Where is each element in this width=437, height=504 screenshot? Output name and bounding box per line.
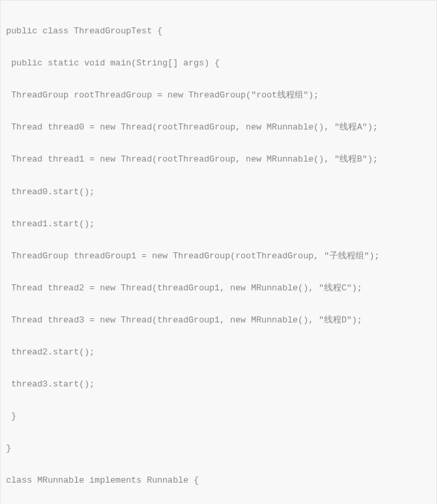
code-line: Thread thread2 = new Thread(threadGroup1…	[6, 280, 431, 296]
code-line: Thread thread3 = new Thread(threadGroup1…	[6, 312, 431, 328]
code-line: thread3.start();	[6, 376, 431, 393]
code-line: thread0.start();	[6, 184, 431, 200]
code-line: ThreadGroup rootThreadGroup = new Thread…	[6, 87, 431, 103]
code-line: }	[6, 409, 431, 425]
code-block: public class ThreadGroupTest { public st…	[0, 0, 437, 504]
code-line: }	[6, 441, 431, 457]
code-line: thread2.start();	[6, 344, 431, 360]
code-line: public class ThreadGroupTest {	[6, 23, 431, 39]
code-line: Thread thread0 = new Thread(rootThreadGr…	[6, 119, 431, 136]
code-line: Thread thread1 = new Thread(rootThreadGr…	[6, 152, 431, 168]
code-line: thread1.start();	[6, 216, 431, 232]
code-line: class MRunnable implements Runnable {	[6, 473, 431, 489]
code-line: ThreadGroup threadGroup1 = new ThreadGro…	[6, 248, 431, 264]
code-line: public static void main(String[] args) {	[6, 55, 431, 71]
